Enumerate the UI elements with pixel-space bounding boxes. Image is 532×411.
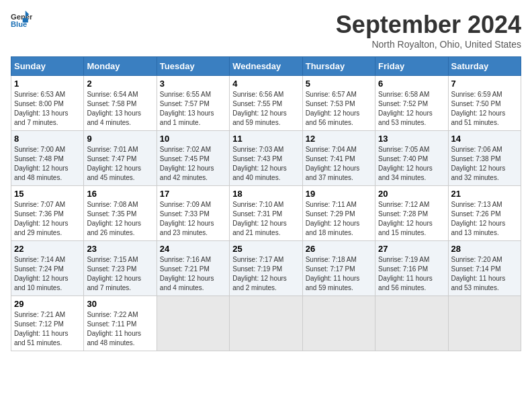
day-number: 27 [378, 244, 445, 254]
day-number: 10 [160, 134, 226, 144]
day-info: Sunrise: 7:22 AMSunset: 7:11 PMDaylight:… [87, 311, 141, 347]
calendar-cell: 12Sunrise: 7:04 AMSunset: 7:41 PMDayligh… [302, 131, 375, 186]
day-number: 7 [451, 79, 518, 89]
calendar-week-1: 1Sunrise: 6:53 AMSunset: 8:00 PMDaylight… [11, 76, 521, 131]
page-header: General Blue September 2024 North Royalt… [11, 11, 521, 50]
calendar-cell: 5Sunrise: 6:57 AMSunset: 7:53 PMDaylight… [302, 76, 375, 131]
calendar-cell [230, 296, 302, 351]
col-saturday: Saturday [448, 57, 521, 76]
day-number: 4 [232, 79, 299, 89]
day-info: Sunrise: 6:55 AMSunset: 7:57 PMDaylight:… [160, 91, 214, 126]
day-number: 22 [14, 244, 81, 254]
logo: General Blue [11, 11, 32, 30]
day-info: Sunrise: 7:15 AMSunset: 7:23 PMDaylight:… [87, 256, 141, 291]
calendar-cell: 26Sunrise: 7:18 AMSunset: 7:17 PMDayligh… [302, 241, 375, 296]
day-info: Sunrise: 7:16 AMSunset: 7:21 PMDaylight:… [160, 256, 214, 291]
day-number: 30 [87, 299, 153, 309]
day-info: Sunrise: 6:56 AMSunset: 7:55 PMDaylight:… [232, 91, 287, 126]
title-area: September 2024 North Royalton, Ohio, Uni… [336, 11, 521, 50]
calendar-week-5: 29Sunrise: 7:21 AMSunset: 7:12 PMDayligh… [11, 296, 521, 351]
calendar-week-2: 8Sunrise: 7:00 AMSunset: 7:48 PMDaylight… [11, 131, 521, 186]
day-number: 19 [306, 189, 372, 199]
day-info: Sunrise: 6:54 AMSunset: 7:58 PMDaylight:… [87, 91, 141, 126]
day-info: Sunrise: 7:06 AMSunset: 7:38 PMDaylight:… [451, 146, 506, 181]
day-number: 1 [14, 79, 81, 89]
calendar-cell: 17Sunrise: 7:09 AMSunset: 7:33 PMDayligh… [157, 186, 229, 241]
calendar-cell: 30Sunrise: 7:22 AMSunset: 7:11 PMDayligh… [84, 296, 157, 351]
calendar-cell: 21Sunrise: 7:13 AMSunset: 7:26 PMDayligh… [448, 186, 521, 241]
calendar-cell: 16Sunrise: 7:08 AMSunset: 7:35 PMDayligh… [84, 186, 157, 241]
day-number: 17 [160, 189, 226, 199]
col-tuesday: Tuesday [157, 57, 229, 76]
col-thursday: Thursday [302, 57, 375, 76]
day-number: 5 [306, 79, 372, 89]
day-number: 21 [451, 189, 518, 199]
calendar-cell: 2Sunrise: 6:54 AMSunset: 7:58 PMDaylight… [84, 76, 157, 131]
day-info: Sunrise: 6:58 AMSunset: 7:52 PMDaylight:… [378, 91, 433, 126]
day-number: 12 [306, 134, 372, 144]
day-info: Sunrise: 7:03 AMSunset: 7:43 PMDaylight:… [232, 146, 287, 181]
day-number: 25 [232, 244, 299, 254]
header-row: Sunday Monday Tuesday Wednesday Thursday… [11, 57, 521, 76]
day-number: 24 [160, 244, 226, 254]
calendar-cell: 9Sunrise: 7:01 AMSunset: 7:47 PMDaylight… [84, 131, 157, 186]
calendar-cell: 10Sunrise: 7:02 AMSunset: 7:45 PMDayligh… [157, 131, 229, 186]
svg-text:General: General [11, 13, 32, 21]
day-info: Sunrise: 7:09 AMSunset: 7:33 PMDaylight:… [160, 201, 214, 236]
col-friday: Friday [375, 57, 448, 76]
calendar-body: 1Sunrise: 6:53 AMSunset: 8:00 PMDaylight… [11, 76, 521, 351]
col-wednesday: Wednesday [230, 57, 302, 76]
calendar-table: Sunday Monday Tuesday Wednesday Thursday… [11, 56, 521, 351]
calendar-cell: 22Sunrise: 7:14 AMSunset: 7:24 PMDayligh… [11, 241, 84, 296]
calendar-cell [448, 296, 521, 351]
day-info: Sunrise: 6:57 AMSunset: 7:53 PMDaylight:… [306, 91, 360, 126]
calendar-cell: 4Sunrise: 6:56 AMSunset: 7:55 PMDaylight… [230, 76, 302, 131]
day-number: 8 [14, 134, 81, 144]
day-info: Sunrise: 7:18 AMSunset: 7:17 PMDaylight:… [306, 256, 360, 291]
day-info: Sunrise: 7:12 AMSunset: 7:28 PMDaylight:… [378, 201, 433, 236]
calendar-week-3: 15Sunrise: 7:07 AMSunset: 7:36 PMDayligh… [11, 186, 521, 241]
day-info: Sunrise: 7:11 AMSunset: 7:29 PMDaylight:… [306, 201, 360, 236]
calendar-cell: 25Sunrise: 7:17 AMSunset: 7:19 PMDayligh… [230, 241, 302, 296]
calendar-cell: 8Sunrise: 7:00 AMSunset: 7:48 PMDaylight… [11, 131, 84, 186]
calendar-cell: 1Sunrise: 6:53 AMSunset: 8:00 PMDaylight… [11, 76, 84, 131]
calendar-cell: 28Sunrise: 7:20 AMSunset: 7:14 PMDayligh… [448, 241, 521, 296]
calendar-cell: 15Sunrise: 7:07 AMSunset: 7:36 PMDayligh… [11, 186, 84, 241]
day-number: 20 [378, 189, 445, 199]
day-info: Sunrise: 7:01 AMSunset: 7:47 PMDaylight:… [87, 146, 141, 181]
day-number: 11 [232, 134, 299, 144]
day-info: Sunrise: 7:00 AMSunset: 7:48 PMDaylight:… [14, 146, 69, 181]
calendar-cell [157, 296, 229, 351]
day-info: Sunrise: 7:08 AMSunset: 7:35 PMDaylight:… [87, 201, 141, 236]
day-number: 28 [451, 244, 518, 254]
day-number: 13 [378, 134, 445, 144]
calendar-cell: 7Sunrise: 6:59 AMSunset: 7:50 PMDaylight… [448, 76, 521, 131]
day-number: 26 [306, 244, 372, 254]
calendar-cell: 11Sunrise: 7:03 AMSunset: 7:43 PMDayligh… [230, 131, 302, 186]
calendar-cell: 19Sunrise: 7:11 AMSunset: 7:29 PMDayligh… [302, 186, 375, 241]
day-info: Sunrise: 6:59 AMSunset: 7:50 PMDaylight:… [451, 91, 506, 126]
day-info: Sunrise: 7:13 AMSunset: 7:26 PMDaylight:… [451, 201, 506, 236]
calendar-cell: 14Sunrise: 7:06 AMSunset: 7:38 PMDayligh… [448, 131, 521, 186]
calendar-cell [302, 296, 375, 351]
day-info: Sunrise: 7:05 AMSunset: 7:40 PMDaylight:… [378, 146, 433, 181]
day-number: 14 [451, 134, 518, 144]
day-info: Sunrise: 7:10 AMSunset: 7:31 PMDaylight:… [232, 201, 287, 236]
day-number: 16 [87, 189, 153, 199]
calendar-cell: 6Sunrise: 6:58 AMSunset: 7:52 PMDaylight… [375, 76, 448, 131]
col-monday: Monday [84, 57, 157, 76]
calendar-cell: 3Sunrise: 6:55 AMSunset: 7:57 PMDaylight… [157, 76, 229, 131]
day-info: Sunrise: 7:19 AMSunset: 7:16 PMDaylight:… [378, 256, 433, 291]
col-sunday: Sunday [11, 57, 84, 76]
logo-icon: General Blue [11, 11, 32, 30]
day-info: Sunrise: 7:17 AMSunset: 7:19 PMDaylight:… [232, 256, 287, 291]
calendar-cell: 27Sunrise: 7:19 AMSunset: 7:16 PMDayligh… [375, 241, 448, 296]
day-info: Sunrise: 7:21 AMSunset: 7:12 PMDaylight:… [14, 311, 69, 347]
calendar-cell: 23Sunrise: 7:15 AMSunset: 7:23 PMDayligh… [84, 241, 157, 296]
month-title: September 2024 [336, 11, 521, 39]
day-info: Sunrise: 7:02 AMSunset: 7:45 PMDaylight:… [160, 146, 214, 181]
calendar-cell: 13Sunrise: 7:05 AMSunset: 7:40 PMDayligh… [375, 131, 448, 186]
calendar-cell: 29Sunrise: 7:21 AMSunset: 7:12 PMDayligh… [11, 296, 84, 351]
day-number: 9 [87, 134, 153, 144]
calendar-cell: 20Sunrise: 7:12 AMSunset: 7:28 PMDayligh… [375, 186, 448, 241]
